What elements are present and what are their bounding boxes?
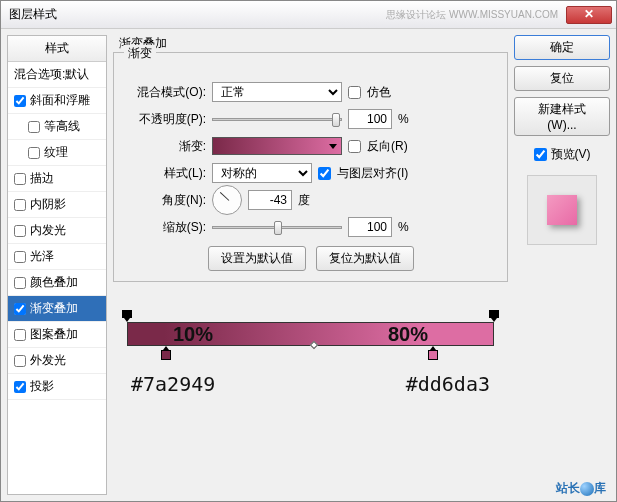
ok-button[interactable]: 确定 <box>514 35 610 60</box>
preview-label: 预览(V) <box>551 146 591 163</box>
stop1-hex: #7a2949 <box>131 372 215 396</box>
style-label: 等高线 <box>44 118 80 135</box>
scale-label: 缩放(S): <box>124 219 206 236</box>
layer-style-dialog: 图层样式 思缘设计论坛 WWW.MISSYUAN.COM ✕ 样式 混合选项:默… <box>0 0 617 502</box>
stop2-pct: 80% <box>388 323 428 346</box>
group-legend: 渐变 <box>124 45 156 62</box>
opacity-stop-left[interactable] <box>122 310 132 322</box>
style-checkbox[interactable] <box>14 277 26 289</box>
style-item-1[interactable]: 等高线 <box>8 114 106 140</box>
angle-input[interactable] <box>248 190 292 210</box>
style-checkbox[interactable] <box>14 329 26 341</box>
style-label: 内发光 <box>30 222 66 239</box>
style-checkbox[interactable] <box>14 303 26 315</box>
color-stop-2[interactable] <box>428 346 438 360</box>
panel-title: 渐变叠加 <box>115 35 508 52</box>
style-checkbox[interactable] <box>14 173 26 185</box>
style-item-9[interactable]: 图案叠加 <box>8 322 106 348</box>
style-checkbox[interactable] <box>14 199 26 211</box>
blend-mode-label: 混合模式(O): <box>124 84 206 101</box>
style-select[interactable]: 对称的 <box>212 163 312 183</box>
preview-box <box>527 175 597 245</box>
gradient-label: 渐变: <box>124 138 206 155</box>
style-label: 样式(L): <box>124 165 206 182</box>
style-label: 光泽 <box>30 248 54 265</box>
color-stop-1[interactable] <box>161 346 171 360</box>
opacity-slider[interactable] <box>212 111 342 127</box>
titlebar: 图层样式 思缘设计论坛 WWW.MISSYUAN.COM ✕ <box>1 1 616 29</box>
style-item-4[interactable]: 内阴影 <box>8 192 106 218</box>
style-label: 描边 <box>30 170 54 187</box>
style-checkbox[interactable] <box>28 121 40 133</box>
cancel-button[interactable]: 复位 <box>514 66 610 91</box>
reset-default-button[interactable]: 复位为默认值 <box>316 246 414 271</box>
style-checkbox[interactable] <box>14 251 26 263</box>
close-button[interactable]: ✕ <box>566 6 612 24</box>
style-item-6[interactable]: 光泽 <box>8 244 106 270</box>
angle-dial[interactable] <box>212 185 242 215</box>
styles-list: 样式 混合选项:默认 斜面和浮雕等高线纹理描边内阴影内发光光泽颜色叠加渐变叠加图… <box>7 35 107 495</box>
opacity-input[interactable] <box>348 109 392 129</box>
dialog-buttons: 确定 复位 新建样式(W)... 预览(V) <box>514 35 610 495</box>
angle-label: 角度(N): <box>124 192 206 209</box>
orb-icon <box>580 482 594 496</box>
style-item-7[interactable]: 颜色叠加 <box>8 270 106 296</box>
style-label: 纹理 <box>44 144 68 161</box>
style-label: 外发光 <box>30 352 66 369</box>
opacity-label: 不透明度(P): <box>124 111 206 128</box>
style-label: 颜色叠加 <box>30 274 78 291</box>
align-label: 与图层对齐(I) <box>337 165 408 182</box>
style-checkbox[interactable] <box>28 147 40 159</box>
style-checkbox[interactable] <box>14 225 26 237</box>
blending-options-row[interactable]: 混合选项:默认 <box>8 62 106 88</box>
dither-label: 仿色 <box>367 84 391 101</box>
reverse-checkbox[interactable] <box>348 140 361 153</box>
blend-mode-select[interactable]: 正常 <box>212 82 342 102</box>
effect-panel: 渐变叠加 渐变 混合模式(O): 正常 仿色 不透明度(P): % 渐变: <box>113 35 508 495</box>
gradient-picker[interactable] <box>212 137 342 155</box>
footer-logo: 站长库 <box>556 480 606 497</box>
style-label: 图案叠加 <box>30 326 78 343</box>
style-label: 渐变叠加 <box>30 300 78 317</box>
align-checkbox[interactable] <box>318 167 331 180</box>
style-item-3[interactable]: 描边 <box>8 166 106 192</box>
chevron-down-icon <box>329 144 337 149</box>
style-checkbox[interactable] <box>14 355 26 367</box>
preview-swatch <box>547 195 577 225</box>
new-style-button[interactable]: 新建样式(W)... <box>514 97 610 136</box>
gradient-group: 渐变 混合模式(O): 正常 仿色 不透明度(P): % 渐变: <box>113 52 508 282</box>
style-item-2[interactable]: 纹理 <box>8 140 106 166</box>
style-item-0[interactable]: 斜面和浮雕 <box>8 88 106 114</box>
styles-header[interactable]: 样式 <box>8 36 106 62</box>
dither-checkbox[interactable] <box>348 86 361 99</box>
style-item-10[interactable]: 外发光 <box>8 348 106 374</box>
style-checkbox[interactable] <box>14 381 26 393</box>
reverse-label: 反向(R) <box>367 138 408 155</box>
preview-checkbox[interactable] <box>534 148 547 161</box>
set-default-button[interactable]: 设置为默认值 <box>208 246 306 271</box>
scale-slider[interactable] <box>212 219 342 235</box>
opacity-stop-right[interactable] <box>489 310 499 322</box>
scale-input[interactable] <box>348 217 392 237</box>
style-item-5[interactable]: 内发光 <box>8 218 106 244</box>
stop2-hex: #dd6da3 <box>406 372 490 396</box>
gradient-annotation: 10% 80% #7a2949 #dd6da3 <box>113 302 508 412</box>
style-item-11[interactable]: 投影 <box>8 374 106 400</box>
stop1-pct: 10% <box>173 323 213 346</box>
style-label: 投影 <box>30 378 54 395</box>
style-item-8[interactable]: 渐变叠加 <box>8 296 106 322</box>
window-title: 图层样式 <box>5 6 386 23</box>
watermark: 思缘设计论坛 WWW.MISSYUAN.COM <box>386 8 558 22</box>
style-checkbox[interactable] <box>14 95 26 107</box>
style-label: 斜面和浮雕 <box>30 92 90 109</box>
style-label: 内阴影 <box>30 196 66 213</box>
